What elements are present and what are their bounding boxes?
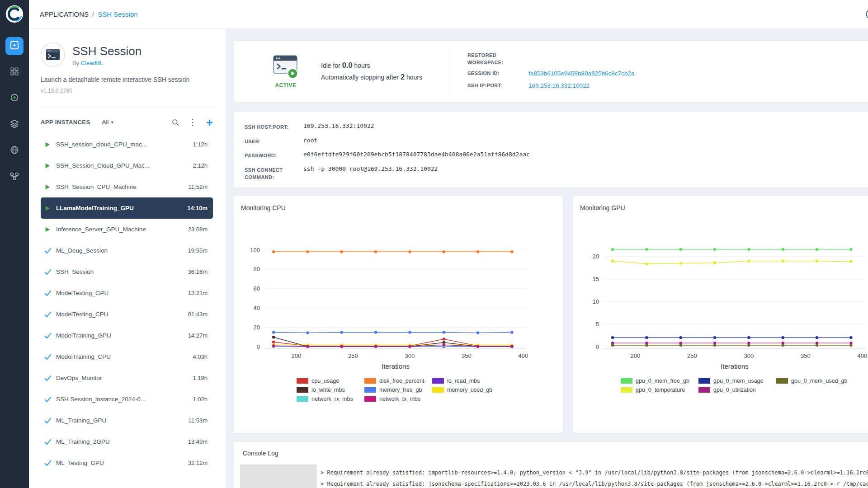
instance-row[interactable]: ML_Testing_GPU32:12m xyxy=(41,452,213,474)
console-log-line: > Requirement already satisfied: importl… xyxy=(321,467,868,479)
rail-item-applications[interactable] xyxy=(5,37,24,55)
session-id-label: SESSION ID: xyxy=(467,70,528,77)
legend-item[interactable]: gpu_0_mem_free_gb xyxy=(621,378,698,384)
console-log-body[interactable]: > Requirement already satisfied: importl… xyxy=(234,465,868,488)
detail-rows: SSH HOST:PORT:169.253.16.332:10022USER:r… xyxy=(245,122,868,181)
completed-check-icon xyxy=(44,460,56,467)
legend-swatch xyxy=(432,387,444,393)
legend-item[interactable]: memory_used_gb xyxy=(432,387,500,393)
status-badge: ACTIVE xyxy=(275,82,297,89)
instance-duration: 19:55m xyxy=(188,247,208,254)
legend-label: gpu_0_mem_used_gb xyxy=(791,378,847,384)
detail-label: SSH HOST:PORT: xyxy=(245,122,303,131)
instance-row[interactable]: SSH_Session_Cloud_GPU_Mac...2:12h xyxy=(41,155,213,176)
console-gutter xyxy=(240,465,317,488)
gpu-chart[interactable]: 05101520200250300350400Iterations xyxy=(580,237,868,372)
cpu-chart[interactable]: 020406080100200250300350400Iterations xyxy=(241,237,534,372)
ssh-ip-port-label: SSH IP:PORT: xyxy=(467,82,528,89)
instance-row[interactable]: Inference_Server_GPU_Machine23:08m xyxy=(41,219,213,240)
legend-item[interactable]: memory_free_gb xyxy=(364,387,432,393)
instance-name: SSH Session_instance_2024-0... xyxy=(56,396,193,403)
legend-item[interactable]: gpu_0_utilization xyxy=(698,387,776,393)
app-version: v1.13.0-1780 xyxy=(41,88,213,94)
completed-check-icon xyxy=(44,268,56,276)
svg-text:60: 60 xyxy=(254,285,260,292)
console-log-lines: > Requirement already satisfied: importl… xyxy=(317,465,868,488)
kebab-menu-icon[interactable]: ⋮ xyxy=(189,117,197,127)
legend-item[interactable]: network_tx_mbs xyxy=(364,396,432,402)
ssh-ip-port-link[interactable]: 169.253.16.332:10022 xyxy=(528,82,590,89)
rail-item-models[interactable] xyxy=(5,142,24,160)
instance-row[interactable]: SSH Session_instance_2024-0...1:02h xyxy=(41,389,213,410)
panel-divider xyxy=(39,107,215,107)
instance-row[interactable]: ML_Training_2GPU13:49m xyxy=(41,431,213,452)
instance-row[interactable]: SSH_Session36:16m xyxy=(41,261,213,282)
legend-label: memory_free_gb xyxy=(379,387,422,393)
page-title: SSH Session xyxy=(72,45,142,58)
svg-text:250: 250 xyxy=(348,352,358,359)
idle-prefix: Idle for xyxy=(321,62,340,69)
legend-item[interactable]: cpu_usage xyxy=(297,378,364,384)
legend-item[interactable]: io_write_mbs xyxy=(297,387,364,393)
instance-row[interactable]: SSH_session_cloud_CPU_mac...1:12h xyxy=(41,134,213,155)
legend-label: gpu_0_utilization xyxy=(713,387,756,393)
rail-item-monitoring[interactable] xyxy=(5,89,24,108)
legend-item[interactable]: network_rx_mbs xyxy=(297,396,364,402)
legend-label: io_write_mbs xyxy=(311,387,345,393)
instance-row[interactable]: ML_Training_GPU11:53m xyxy=(41,410,213,431)
legend-label: gpu_0_mem_usage xyxy=(713,378,764,384)
instance-row[interactable]: LLamaModelTraining_GPU14:10m xyxy=(41,197,213,219)
legend-item[interactable]: io_read_mbs xyxy=(432,378,500,384)
instance-name: ModelTraining_GPU xyxy=(56,332,188,339)
legend-label: cpu_usage xyxy=(311,378,339,384)
svg-text:5: 5 xyxy=(596,321,599,328)
autostop-hours-value: 2 xyxy=(401,73,405,81)
instance-duration: 01:43m xyxy=(188,311,208,318)
rail-item-projects[interactable] xyxy=(5,63,24,81)
svg-text:400: 400 xyxy=(519,352,528,359)
app-byline: By ClearML xyxy=(72,60,142,66)
svg-text:350: 350 xyxy=(462,352,472,359)
instance-row[interactable]: ModelTesting_GPU13:21m xyxy=(41,282,213,304)
detail-value: 169.253.16.332:10022 xyxy=(303,122,374,129)
clearml-link[interactable]: ClearML xyxy=(81,60,103,66)
instances-filter-dropdown[interactable]: All ▾ xyxy=(102,119,113,126)
rail-item-pipelines[interactable] xyxy=(5,168,24,186)
svg-text:80: 80 xyxy=(254,266,260,272)
instance-name: DevOps_Monitor xyxy=(56,375,193,381)
completed-check-icon xyxy=(44,311,56,318)
circle-dot-icon xyxy=(9,93,19,104)
help-icon[interactable] xyxy=(865,9,868,20)
breadcrumb-separator: / xyxy=(92,10,94,18)
completed-check-icon xyxy=(44,417,56,424)
by-label: By xyxy=(72,60,79,66)
instance-row[interactable]: ModelTraining_CPU4:03h xyxy=(41,346,213,367)
instance-row[interactable]: ModelTesting_CPU01:43m xyxy=(41,304,213,325)
autostop-prefix: Automatically stopping after xyxy=(321,74,399,81)
search-icon[interactable] xyxy=(171,118,179,127)
detail-row: SSH CONNECT COMMAND:ssh -p 30000 root@16… xyxy=(245,165,868,181)
grid-icon xyxy=(9,66,19,78)
detail-label: SSH CONNECT COMMAND: xyxy=(245,165,303,181)
instance-row[interactable]: ML_Deug_Session19:55m xyxy=(41,240,213,261)
legend-item[interactable]: gpu_0_mem_usage xyxy=(698,378,776,384)
svg-text:20: 20 xyxy=(593,253,599,260)
breadcrumb-applications[interactable]: APPLICATIONS xyxy=(40,10,89,18)
svg-text:10: 10 xyxy=(593,298,599,305)
legend-item[interactable]: gpu_0_temperature xyxy=(621,387,698,393)
instance-row[interactable]: SSH_Session_CPU_Machine11:52m xyxy=(41,176,213,197)
clearml-logo[interactable] xyxy=(5,5,24,23)
instance-row[interactable]: ModelTraining_GPU14:27m xyxy=(41,325,213,346)
running-play-icon xyxy=(44,141,56,148)
legend-item[interactable]: disk_free_percent xyxy=(364,378,432,384)
instance-row[interactable]: DevOps_Monitor1:19h xyxy=(41,367,213,389)
session-id-link[interactable]: fa853b6105e9459b80a825b6c8c7cb2a xyxy=(528,70,634,77)
app-instances-header: APP INSTANCES All ▾ ⋮ + xyxy=(41,117,213,127)
rail-item-datasets[interactable] xyxy=(5,116,24,134)
legend-label: gpu_0_temperature xyxy=(636,387,685,393)
instance-duration: 14:27m xyxy=(188,332,208,339)
instance-name: ML_Deug_Session xyxy=(56,247,188,254)
autostop-suffix: hours xyxy=(406,74,422,81)
legend-item[interactable]: gpu_0_mem_used_gb xyxy=(776,378,854,384)
add-instance-button[interactable]: + xyxy=(206,118,213,127)
